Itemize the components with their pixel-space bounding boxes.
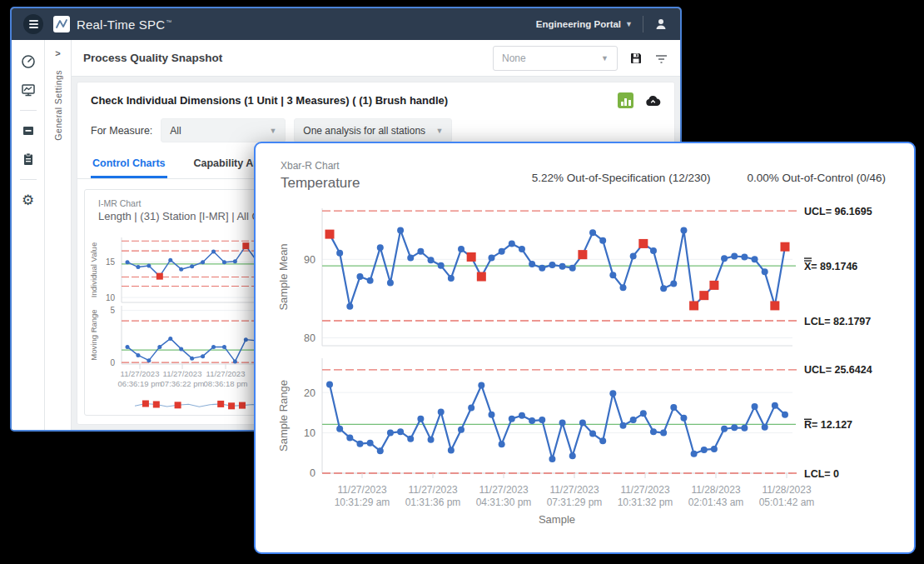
desktop-background: Real-Time SPC™ Engineering Portal ▼ [0,0,924,564]
svg-text:Sample Range: Sample Range [277,380,290,452]
svg-text:11/27/2023: 11/27/2023 [408,484,457,496]
settings-panel-rail: > General Settings [45,40,72,430]
svg-text:11/27/2023: 11/27/2023 [206,369,246,378]
svg-text:0: 0 [310,467,315,479]
top-app-bar: Real-Time SPC™ Engineering Portal ▼ [12,8,680,40]
svg-text:11/27/2023: 11/27/2023 [337,484,386,496]
analysis-title: Check Individual Dimensions (1 Unit | 3 … [91,94,448,107]
svg-text:5: 5 [110,306,115,315]
chevron-down-icon: ▼ [601,54,609,62]
rail-divider [20,110,37,111]
hamburger-menu-button[interactable] [23,14,43,34]
svg-text:11/27/2023: 11/27/2023 [121,369,160,378]
svg-text:80: 80 [304,332,315,344]
left-icon-rail: ⚙ [12,40,45,430]
chevron-down-icon: ▼ [269,127,276,135]
svg-text:10:31:32 pm: 10:31:32 pm [618,497,673,508]
station-mode-value: One analysis for all stations [303,125,425,137]
svg-text:Individual Value: Individual Value [89,242,98,297]
chevron-down-icon: ▼ [625,20,633,28]
cloud-export-button[interactable] [645,95,661,107]
user-account-icon[interactable] [653,17,668,32]
svg-text:Sample: Sample [539,513,575,526]
measure-dropdown-value: All [170,125,181,137]
svg-text:Moving Range: Moving Range [89,309,98,360]
gear-icon[interactable]: ⚙ [20,192,37,208]
portal-label: Engineering Portal [536,19,621,29]
svg-text:Sample Mean: Sample Mean [277,243,290,310]
xbar-r-window: Xbar-R Chart Temperature 5.22% Out-of-Sp… [254,142,916,554]
archive-icon[interactable] [20,122,37,139]
expand-panel-chevron-icon[interactable]: > [55,48,60,58]
svg-text:11/28/2023: 11/28/2023 [762,484,811,496]
svg-text:LCL= 0: LCL= 0 [804,468,839,480]
svg-text:0: 0 [110,358,115,367]
trademark-mark: ™ [166,19,171,25]
svg-text:08:36:18 pm: 08:36:18 pm [204,379,248,388]
svg-text:02:01:43 am: 02:01:43 am [688,497,744,508]
svg-text:11/27/2023: 11/27/2023 [620,484,669,496]
for-measure-label: For Measure: [91,125,152,137]
svg-text:UCL= 96.1695: UCL= 96.1695 [804,206,872,217]
xbar-chart-title: Temperature [281,175,360,192]
topbar-divider [643,16,643,32]
xbar-r-chart[interactable]: 9080Sample MeanUCL= 96.1695X= 89.1746LCL… [256,192,914,537]
station-mode-dropdown[interactable]: One analysis for all stations ▼ [294,118,452,142]
app-logo-icon [53,16,70,32]
svg-text:04:31:30 pm: 04:31:30 pm [476,497,532,508]
svg-text:07:36:22 pm: 07:36:22 pm [161,379,205,388]
out-of-control-stat: 0.00% Out-of-Control (0/46) [747,172,886,184]
app-title: Real-Time SPC™ [77,17,171,32]
gauge-icon[interactable] [20,53,37,70]
svg-text:07:31:29 pm: 07:31:29 pm [547,497,603,508]
svg-text:LCL= 82.1797: LCL= 82.1797 [804,316,871,327]
xbar-r-header: Xbar-R Chart Temperature 5.22% Out-of-Sp… [256,143,914,192]
svg-text:10: 10 [106,293,116,302]
preset-dropdown-value: None [502,52,526,64]
svg-text:10:31:29 am: 10:31:29 am [335,497,390,508]
clipboard-icon[interactable] [20,151,37,167]
preset-dropdown[interactable]: None ▼ [493,46,618,71]
filter-icon[interactable] [654,52,668,64]
monitor-chart-icon[interactable] [20,82,37,98]
svg-text:90: 90 [304,254,315,266]
chevron-down-icon: ▼ [435,127,443,135]
save-button[interactable] [629,52,643,65]
svg-text:R= 12.127: R= 12.127 [804,419,852,431]
tab-control-charts[interactable]: Control Charts [91,151,167,178]
svg-text:11/28/2023: 11/28/2023 [691,484,740,496]
svg-text:10: 10 [304,427,315,439]
svg-text:01:31:36 pm: 01:31:36 pm [405,497,461,508]
xbar-chart-type-label: Xbar-R Chart [281,160,360,172]
svg-text:11/27/2023: 11/27/2023 [549,484,599,496]
page-title: Process Quality Snapshot [83,52,222,64]
svg-text:06:36:19 pm: 06:36:19 pm [118,379,162,388]
svg-text:11/27/2023: 11/27/2023 [479,484,528,496]
rail-divider [20,179,37,180]
svg-text:UCL= 25.6424: UCL= 25.6424 [804,364,872,376]
svg-text:11/27/2023: 11/27/2023 [163,369,202,378]
settings-panel-label: General Settings [53,70,63,141]
portal-selector[interactable]: Engineering Portal ▼ [536,19,633,29]
out-of-spec-stat: 5.22% Out-of-Specification (12/230) [532,172,711,184]
svg-text:20: 20 [304,387,315,399]
page-header: Process Quality Snapshot None ▼ [72,40,680,77]
svg-text:05:01:42 am: 05:01:42 am [759,497,815,508]
svg-text:15: 15 [106,257,116,267]
chart-view-button[interactable] [618,92,633,108]
measure-dropdown[interactable]: All ▼ [161,118,286,142]
svg-text:X= 89.1746: X= 89.1746 [804,261,857,272]
